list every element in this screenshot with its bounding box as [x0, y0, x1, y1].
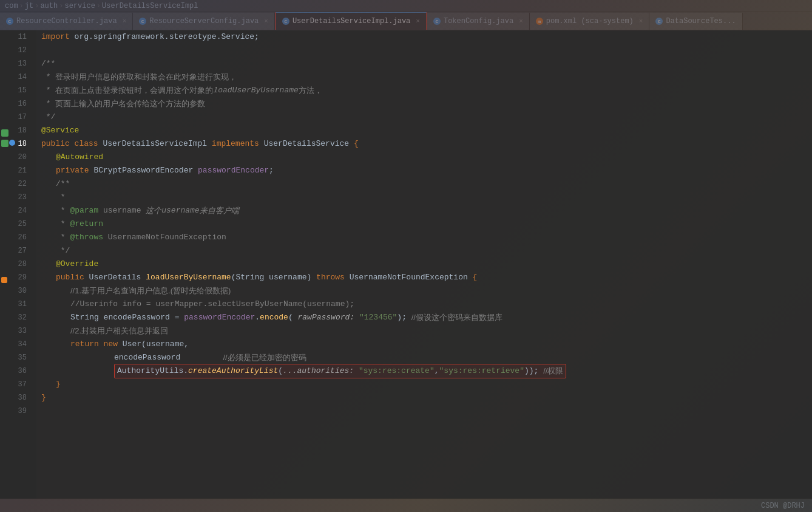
code-line-18: @Service — [41, 124, 807, 137]
code-line-25: * @return — [41, 217, 807, 231]
line-num-16: 16 — [0, 97, 32, 111]
code-area: 11 12 13 14 15 16 17 18 — [0, 30, 812, 499]
code-line-30: //1.基于用户名查询用户信息.(暂时先给假数据) — [41, 284, 807, 298]
code-line-28: @Override — [41, 258, 807, 271]
code-line-20: @Autowired — [41, 151, 807, 164]
line-num-11: 11 — [0, 30, 32, 44]
line-num-14: 14 — [0, 70, 32, 84]
line-num-20: 20 — [0, 151, 32, 164]
line-num-26: 26 — [0, 231, 32, 244]
line-num-30: 30 — [0, 284, 32, 298]
code-line-23: * — [41, 191, 807, 204]
line-num-32: 32 — [0, 311, 32, 324]
line-num-34: 34 — [0, 338, 32, 351]
line-num-13: 13 — [0, 57, 32, 70]
line-num-15: 15 — [0, 84, 32, 97]
line-num-31: 31 — [0, 298, 32, 311]
code-line-35: encodePassword //必须是已经加密的密码 — [41, 351, 807, 364]
code-line-26: * @throws UsernameNotFoundException — [41, 231, 807, 244]
line-numbers: 11 12 13 14 15 16 17 18 — [0, 30, 36, 499]
code-line-32: String encodePassword = passwordEncoder … — [41, 311, 807, 324]
code-line-12 — [41, 44, 807, 57]
code-line-34: return new User(username, — [41, 338, 807, 351]
code-line-21: private BCryptPasswordEncoder passwordEn… — [41, 164, 807, 177]
line-num-38: 38 — [0, 391, 32, 404]
line-num-35: 35 — [0, 351, 32, 364]
code-line-11: import org.springframework.stereotype. S… — [41, 30, 807, 44]
gutter-icon-orange-29 — [1, 277, 7, 283]
code-line-33: //2.封装用户相关信息并返回 — [41, 324, 807, 338]
line-num-24: 24 — [0, 204, 32, 217]
line-num-17: 17 — [0, 111, 32, 124]
code-line-36: AuthorityUtils. createAuthorityList ( ..… — [41, 364, 807, 378]
code-line-27: */ — [41, 244, 807, 258]
line-num-22: 22 — [0, 177, 32, 191]
code-content: import org.springframework.stereotype. S… — [36, 30, 812, 499]
line-num-19: 18 — [0, 137, 32, 151]
code-line-15: * 在页面上点击登录按钮时，会调用这个对象的 loadUserByUsernam… — [41, 84, 807, 97]
line-num-23: 23 — [0, 191, 32, 204]
code-line-29: public UserDetails loadUserByUsername (S… — [41, 271, 807, 284]
code-line-22: /** — [41, 177, 807, 191]
gutter-icon-blue-19 — [9, 140, 15, 146]
gutter-icon-green-18 — [1, 129, 8, 137]
line-num-27: 27 — [0, 244, 32, 258]
code-line-37: } — [41, 378, 807, 391]
code-line-24: * @param username 这个 username 来自客户端 — [41, 204, 807, 217]
line-num-29: 29 — [0, 271, 32, 284]
line-num-12: 12 — [0, 44, 32, 57]
line-num-18: 18 — [0, 124, 32, 137]
line-num-28: 28 — [0, 258, 32, 271]
line-num-39: 39 — [0, 404, 32, 418]
code-line-17: */ — [41, 111, 807, 124]
line-num-36: 36 — [0, 364, 32, 378]
line-num-33: 33 — [0, 324, 32, 338]
code-line-13: /** — [41, 57, 807, 70]
highlighted-authority-line: AuthorityUtils. createAuthorityList ( ..… — [114, 364, 566, 378]
code-line-38: } — [41, 391, 807, 404]
code-line-14: * 登录时用户信息的获取和封装会在此对象进行实现， — [41, 70, 807, 84]
code-line-19: public class UserDetailsServiceImpl impl… — [41, 137, 807, 151]
line-num-25: 25 — [0, 217, 32, 231]
editor-container: com › jt › auth › service › UserDetailsS… — [0, 0, 812, 512]
code-line-31: //Userinfo info = userMapper.selectUserB… — [41, 298, 807, 311]
code-line-16: * 页面上输入的用户名会传给这个方法的参数 — [41, 97, 807, 111]
line-num-37: 37 — [0, 378, 32, 391]
line-num-21: 21 — [0, 164, 32, 177]
code-line-39 — [41, 404, 807, 418]
gutter-icon-green-19 — [1, 140, 8, 147]
